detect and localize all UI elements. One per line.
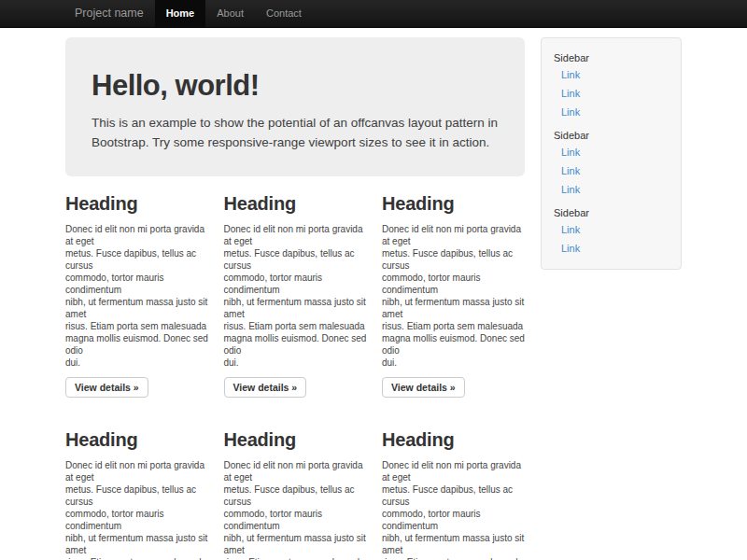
sidebar: Sidebar Link Link Link Sidebar Link Link…: [541, 37, 682, 270]
cards-row-2: Heading Donec id elit non mi porta gravi…: [65, 413, 525, 560]
page-title: Hello, world!: [92, 69, 499, 103]
brand-link[interactable]: Project name: [65, 0, 153, 27]
sidebar-group-header: Sidebar: [542, 121, 681, 143]
card-body: Donec id elit non mi porta gravida at eg…: [382, 459, 525, 560]
nav-item-about[interactable]: About: [205, 0, 255, 27]
content-card: Heading Donec id elit non mi porta gravi…: [382, 176, 525, 398]
sidebar-group: Sidebar Link Link Link: [542, 121, 681, 199]
sidebar-group-header: Sidebar: [542, 44, 681, 65]
card-heading: Heading: [65, 193, 208, 215]
card-heading: Heading: [382, 429, 525, 451]
content-card: Heading Donec id elit non mi porta gravi…: [65, 176, 208, 398]
card-heading: Heading: [224, 429, 367, 451]
content-card: Heading Donec id elit non mi porta gravi…: [224, 176, 367, 398]
navbar-menu: Home About Contact: [155, 0, 313, 27]
cards-row-1: Heading Donec id elit non mi porta gravi…: [65, 176, 525, 398]
card-body: Donec id elit non mi porta gravida at eg…: [382, 223, 525, 369]
nav-item-home[interactable]: Home: [155, 0, 206, 27]
content-card: Heading Donec id elit non mi porta gravi…: [224, 413, 367, 560]
sidebar-link[interactable]: Link: [542, 103, 681, 121]
view-details-button[interactable]: View details »: [65, 377, 148, 398]
top-navbar: Project name Home About Contact: [0, 0, 747, 28]
card-heading: Heading: [224, 193, 367, 215]
jumbotron: Hello, world! This is an example to show…: [65, 37, 525, 176]
card-heading: Heading: [382, 193, 525, 215]
jumbotron-text: This is an example to show the potential…: [92, 113, 499, 152]
sidebar-group-header: Sidebar: [542, 199, 681, 220]
sidebar-link[interactable]: Link: [542, 239, 681, 258]
navbar-container: Project name Home About Contact: [65, 0, 682, 27]
sidebar-link[interactable]: Link: [542, 143, 681, 161]
sidebar-link[interactable]: Link: [542, 65, 681, 84]
page-container: Hello, world! This is an example to show…: [65, 28, 682, 560]
view-details-button[interactable]: View details »: [224, 377, 307, 398]
sidebar-link[interactable]: Link: [542, 84, 681, 103]
card-body: Donec id elit non mi porta gravida at eg…: [224, 223, 367, 369]
card-body: Donec id elit non mi porta gravida at eg…: [224, 459, 367, 560]
card-body: Donec id elit non mi porta gravida at eg…: [65, 459, 208, 560]
content-card: Heading Donec id elit non mi porta gravi…: [65, 413, 208, 560]
card-heading: Heading: [65, 429, 208, 451]
sidebar-link[interactable]: Link: [542, 180, 681, 199]
nav-item-contact[interactable]: Contact: [255, 0, 313, 27]
sidebar-link[interactable]: Link: [542, 220, 681, 239]
content-column: Hello, world! This is an example to show…: [65, 28, 525, 560]
content-card: Heading Donec id elit non mi porta gravi…: [382, 413, 525, 560]
sidebar-group: Sidebar Link Link: [542, 199, 681, 258]
main-row: Hello, world! This is an example to show…: [65, 28, 682, 560]
card-body: Donec id elit non mi porta gravida at eg…: [65, 223, 208, 369]
sidebar-group: Sidebar Link Link Link: [542, 44, 681, 121]
view-details-button[interactable]: View details »: [382, 377, 465, 398]
sidebar-link[interactable]: Link: [542, 161, 681, 180]
